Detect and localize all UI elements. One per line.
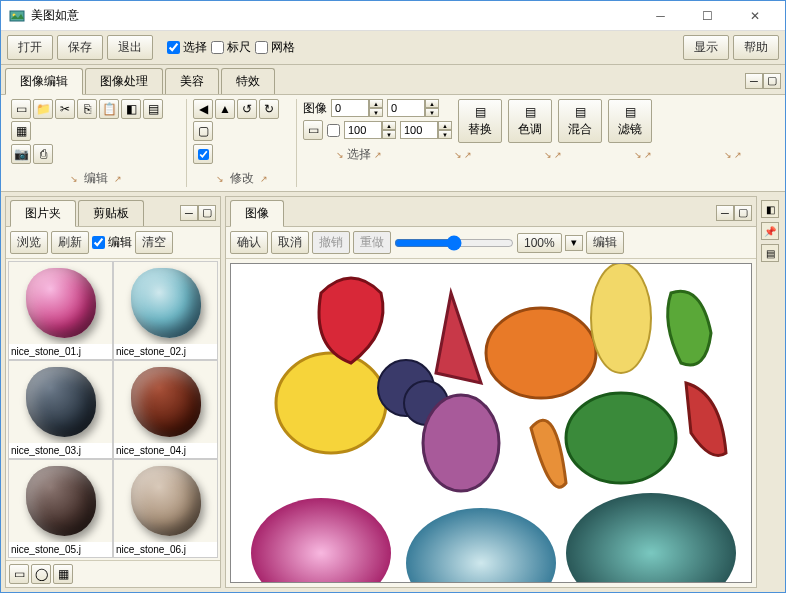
w-down[interactable]: ▼ — [382, 130, 396, 139]
tab-folder[interactable]: 图片夹 — [10, 200, 76, 227]
lock-aspect-checkbox[interactable] — [327, 124, 340, 137]
canvas[interactable] — [230, 263, 752, 583]
ribbon-close[interactable]: ▢ — [763, 73, 781, 89]
svg-point-8 — [566, 393, 676, 483]
zoom-slider[interactable] — [394, 235, 514, 251]
select-checkbox[interactable]: 选择 — [167, 39, 207, 56]
thumbnail-item[interactable]: nice_stone_05.j — [8, 459, 113, 558]
side-icons: ◧ 📌 ▤ — [761, 196, 781, 588]
open-button[interactable]: 打开 — [7, 35, 53, 60]
h-up[interactable]: ▲ — [438, 121, 452, 130]
tool-camera-icon[interactable]: 📷 — [11, 144, 31, 164]
confirm-button[interactable]: 确认 — [230, 231, 268, 254]
w-up[interactable]: ▲ — [382, 121, 396, 130]
side-list-icon[interactable]: ▤ — [761, 244, 779, 262]
y-down[interactable]: ▼ — [425, 108, 439, 117]
tool-paste-icon[interactable]: 📋 — [99, 99, 119, 119]
svg-point-6 — [486, 308, 596, 398]
tool-screenshot-icon[interactable]: ⎙ — [33, 144, 53, 164]
browse-button[interactable]: 浏览 — [10, 231, 48, 254]
cancel-button[interactable]: 取消 — [271, 231, 309, 254]
tool-frame-icon[interactable]: ▢ — [193, 121, 213, 141]
thumbnail-item[interactable]: nice_stone_04.j — [113, 360, 218, 459]
y-up[interactable]: ▲ — [425, 99, 439, 108]
w-input[interactable] — [344, 121, 382, 139]
svg-point-10 — [406, 508, 556, 582]
svg-point-5 — [423, 395, 499, 491]
tool-crop-icon[interactable]: ◧ — [121, 99, 141, 119]
ribbon-group-modify-label: 修改 — [230, 170, 254, 187]
canvas-min[interactable]: ─ — [716, 205, 734, 221]
grid-checkbox[interactable]: 网格 — [255, 39, 295, 56]
left-min[interactable]: ─ — [180, 205, 198, 221]
x-up[interactable]: ▲ — [369, 99, 383, 108]
filter-button[interactable]: ▤滤镜 — [608, 99, 652, 143]
canvas-edit-button[interactable]: 编辑 — [586, 231, 624, 254]
tone-button[interactable]: ▤色调 — [508, 99, 552, 143]
tool-rotate-cw-icon[interactable]: ↻ — [259, 99, 279, 119]
tool-cut-icon[interactable]: ✂ — [55, 99, 75, 119]
side-palette-icon[interactable]: ◧ — [761, 200, 779, 218]
undo-button[interactable]: 撤销 — [312, 231, 350, 254]
thumbnail-label: nice_stone_01.j — [9, 344, 112, 359]
tool-flip-v-icon[interactable]: ▲ — [215, 99, 235, 119]
zoom-dropdown[interactable]: ▾ — [565, 235, 583, 251]
canvas-pane: 图像 ─▢ 确认 取消 撤销 重做 100% ▾ 编辑 — [225, 196, 757, 588]
svg-point-2 — [276, 353, 386, 453]
tool-rotate-ccw-icon[interactable]: ↺ — [237, 99, 257, 119]
tab-effects[interactable]: 特效 — [221, 68, 275, 94]
replace-button[interactable]: ▤替换 — [458, 99, 502, 143]
blend-button[interactable]: ▤混合 — [558, 99, 602, 143]
minimize-button[interactable]: ─ — [638, 2, 683, 30]
title-bar: 美图如意 ─ ☐ ✕ — [1, 1, 785, 31]
tool-flip-h-icon[interactable]: ◀ — [193, 99, 213, 119]
edit-checkbox[interactable]: 编辑 — [92, 234, 132, 251]
thumbnail-item[interactable]: nice_stone_03.j — [8, 360, 113, 459]
tool-open-icon[interactable]: 📁 — [33, 99, 53, 119]
tool-layers-icon[interactable]: ▦ — [11, 121, 31, 141]
side-pin-icon[interactable]: 📌 — [761, 222, 779, 240]
maximize-button[interactable]: ☐ — [685, 2, 730, 30]
h-down[interactable]: ▼ — [438, 130, 452, 139]
ruler-checkbox[interactable]: 标尺 — [211, 39, 251, 56]
tool-new-icon[interactable]: ▭ — [11, 99, 31, 119]
tab-beauty[interactable]: 美容 — [165, 68, 219, 94]
ribbon-minimize[interactable]: ─ — [745, 73, 763, 89]
x-input[interactable] — [331, 99, 369, 117]
canvas-max[interactable]: ▢ — [734, 205, 752, 221]
thumb-view3-icon[interactable]: ▦ — [53, 564, 73, 584]
left-pane: 图片夹 剪贴板 ─▢ 浏览 刷新 编辑 清空 nice_stone_01.jni… — [5, 196, 221, 588]
tab-image-process[interactable]: 图像处理 — [85, 68, 163, 94]
exit-button[interactable]: 退出 — [107, 35, 153, 60]
thumbnails-grid: nice_stone_01.jnice_stone_02.jnice_stone… — [6, 259, 220, 560]
svg-point-9 — [251, 498, 391, 582]
x-down[interactable]: ▼ — [369, 108, 383, 117]
tab-image-edit[interactable]: 图像编辑 — [5, 68, 83, 95]
tool-resize-icon[interactable]: ▤ — [143, 99, 163, 119]
tool-copy-icon[interactable]: ⎘ — [77, 99, 97, 119]
thumb-view2-icon[interactable]: ◯ — [31, 564, 51, 584]
refresh-button[interactable]: 刷新 — [51, 231, 89, 254]
ribbon: ▭ 📁 ✂ ⎘ 📋 ◧ ▤ ▦ 📷 ⎙ ↘编辑↗ ◀ ▲ ↺ ↻ ▢ — [1, 95, 785, 192]
thumbnail-item[interactable]: nice_stone_06.j — [113, 459, 218, 558]
tab-canvas-image[interactable]: 图像 — [230, 200, 284, 227]
tool-check[interactable] — [193, 144, 213, 164]
h-input[interactable] — [400, 121, 438, 139]
thumbnail-item[interactable]: nice_stone_02.j — [113, 261, 218, 360]
image-label: 图像 — [303, 100, 327, 117]
thumb-view1-icon[interactable]: ▭ — [9, 564, 29, 584]
save-button[interactable]: 保存 — [57, 35, 103, 60]
thumbnail-label: nice_stone_02.j — [114, 344, 217, 359]
thumbnail-item[interactable]: nice_stone_01.j — [8, 261, 113, 360]
redo-button[interactable]: 重做 — [353, 231, 391, 254]
help-button[interactable]: 帮助 — [733, 35, 779, 60]
ribbon-group-edit-label: 编辑 — [84, 170, 108, 187]
zoom-value[interactable]: 100% — [517, 233, 562, 253]
left-max[interactable]: ▢ — [198, 205, 216, 221]
close-button[interactable]: ✕ — [732, 2, 777, 30]
y-input[interactable] — [387, 99, 425, 117]
tab-clipboard[interactable]: 剪贴板 — [78, 200, 144, 226]
tool-selection-icon[interactable]: ▭ — [303, 120, 323, 140]
display-button[interactable]: 显示 — [683, 35, 729, 60]
clear-button[interactable]: 清空 — [135, 231, 173, 254]
